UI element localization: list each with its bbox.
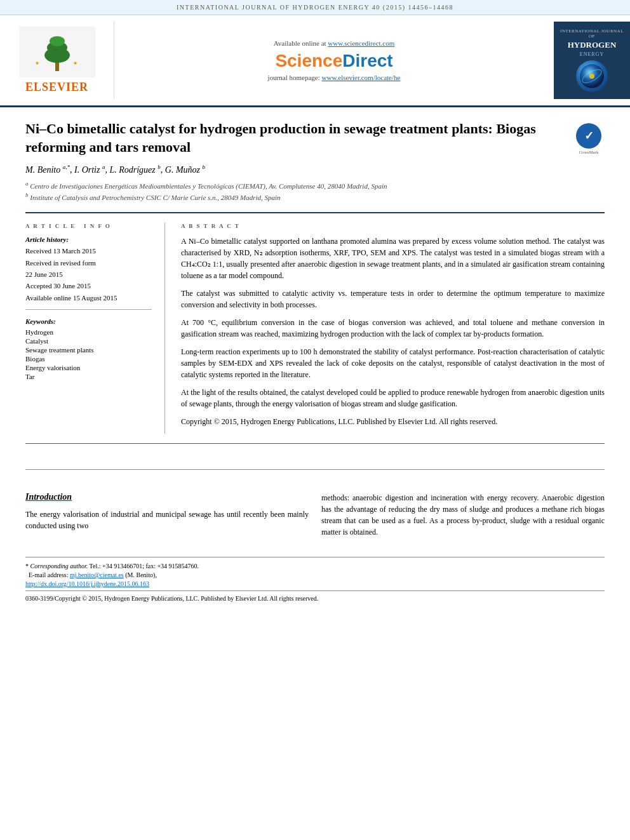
article-info-label: A R T I C L E I N F O [25,223,152,229]
corresponding-author-note: * Corresponding author. Tel.: +34 913466… [25,563,605,570]
history-revised-label: Received in revised form [25,258,152,268]
footer-copyright-text: 0360-3199/Copyright © 2015, Hydrogen Ene… [25,595,605,602]
intro-right-text: methods: anaerobic digestion and inciner… [321,492,605,538]
center-banner: Available online at www.sciencedirect.co… [114,22,554,99]
abstract-text: A Ni–Co bimetallic catalyst supported on… [181,236,605,427]
article-title-row: Ni–Co bimetallic catalyst for hydrogen p… [25,120,605,156]
affiliations: a Centro de Investigaciones Energéticas … [25,180,605,201]
svg-point-3 [50,36,65,46]
crossmark-icon: ✓ [576,123,601,149]
abstract-column: A B S T R A C T A Ni–Co bimetallic catal… [165,223,605,434]
introduction-section: Introduction The energy valorisation of … [0,479,630,550]
keyword-hydrogen: Hydrogen [25,328,152,336]
history-received: Received 13 March 2015 [25,246,152,256]
journal-right-label: International Journal of [559,29,625,39]
svg-rect-0 [55,62,59,71]
authors-line: M. Benito a,*, I. Ortiz a, L. Rodríguez … [25,164,605,175]
elsevier-logo-image: ★ ★ [19,27,95,77]
journal-homepage-label: journal homepage: www.elsevier.com/locat… [268,74,401,81]
journal-header-text: International Journal of Hydrogen Energy… [177,4,453,11]
abstract-para-3: At 700 °C, equilibrium conversion in the… [181,317,605,340]
abstract-para-1: A Ni–Co bimetallic catalyst supported on… [181,236,605,281]
doi-link[interactable]: http://dx.doi.org/10.1016/j.ijhydene.201… [25,580,149,587]
abstract-copyright: Copyright © 2015, Hydrogen Energy Public… [181,416,605,427]
history-accepted: Accepted 30 June 2015 [25,281,152,291]
article-title: Ni–Co bimetallic catalyst for hydrogen p… [25,120,563,156]
svg-point-8 [589,74,594,79]
affiliation-a: a Centro de Investigaciones Energéticas … [25,180,605,190]
sciencedirect-title: ScienceDirect [275,51,392,71]
abstract-para-2: The catalyst was submitted to catalytic … [181,288,605,310]
keywords-label: Keywords: [25,317,152,325]
elsevier-wordmark: ELSEVIER [25,81,88,94]
available-online-link[interactable]: www.sciencedirect.com [328,39,394,47]
history-online: Available online 15 August 2015 [25,293,152,303]
journal-right-title2: ENERGY [580,51,604,57]
svg-text:★: ★ [73,60,77,66]
article-history-label: Article history: [25,236,152,243]
doi-note: http://dx.doi.org/10.1016/j.ijhydene.201… [25,580,605,587]
article-info-column: A R T I C L E I N F O Article history: R… [25,223,165,434]
hydrogen-circle-graphic [576,60,608,92]
abstract-para-5: At the light of the results obtained, th… [181,387,605,410]
keyword-catalyst: Catalyst [25,337,152,345]
spacer [0,444,630,469]
elsevier-logo: ★ ★ ELSEVIER [0,22,114,99]
keyword-tar: Tar [25,373,152,380]
affiliation-b: b Institute of Catalysis and Petrochemis… [25,192,605,201]
intro-top-divider [25,469,605,470]
history-revised-date: 22 June 2015 [25,270,152,279]
keyword-biogas: Biogas [25,355,152,363]
footer-notes-area: * Corresponding author. Tel.: +34 913466… [25,557,605,587]
article-header: Ni–Co bimetallic catalyst for hydrogen p… [0,107,630,212]
journal-right-title1: HYDROGEN [568,40,617,50]
intro-right-col: methods: anaerobic digestion and inciner… [321,492,605,538]
elsevier-logo-svg: ★ ★ [29,30,86,74]
journal-homepage-link[interactable]: www.elsevier.com/locate/he [322,74,401,81]
email-note: E-mail address: mj.benito@ciemat.es (M. … [25,571,605,578]
journal-header-bar: International Journal of Hydrogen Energy… [0,0,630,15]
intro-left-text: The energy valorisation of industrial an… [25,509,309,531]
keyword-sewage: Sewage treatment plants [25,346,152,354]
crossmark-badge: ✓ CrossMark [573,123,605,155]
keyword-energy: Energy valorisation [25,364,152,371]
history-divider [25,309,152,310]
intro-left-col: Introduction The energy valorisation of … [25,492,309,538]
author-email-link[interactable]: mj.benito@ciemat.es [70,571,124,578]
intro-header-area [0,469,630,470]
intro-section-title: Introduction [25,492,309,502]
abstract-label: A B S T R A C T [181,223,605,229]
article-info-abstract: A R T I C L E I N F O Article history: R… [0,213,630,443]
available-online-text: Available online at www.sciencedirect.co… [274,39,395,47]
footer-copyright-area: 0360-3199/Copyright © 2015, Hydrogen Ene… [25,590,605,602]
abstract-para-4: Long-term reaction experiments up to 100… [181,346,605,380]
crossmark-label: CrossMark [579,150,598,155]
top-banner: ★ ★ ELSEVIER Available online at www.sci… [0,15,630,107]
svg-text:★: ★ [35,60,39,66]
journal-right-banner: International Journal of HYDROGEN ENERGY [554,22,630,99]
